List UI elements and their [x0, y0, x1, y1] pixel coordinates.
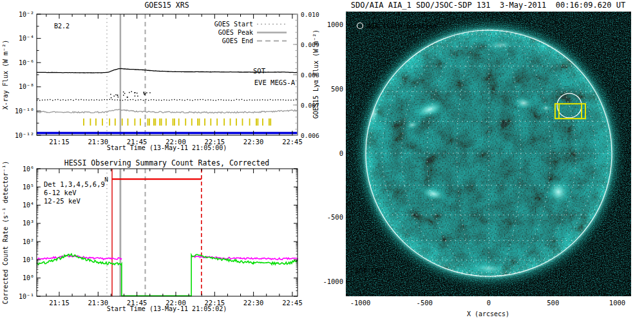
dot [143, 100, 144, 100]
dot [146, 99, 146, 100]
dot [144, 94, 145, 95]
x-tick-label: 21:30 [88, 299, 109, 307]
dot [249, 99, 250, 100]
dot [138, 99, 138, 100]
y-tick-label: 10⁴ [23, 202, 34, 209]
dot [148, 100, 149, 100]
hessi-title: HESSI Observing Summary Count Rates, Cor… [64, 158, 270, 167]
x-tick-label: -1000 [350, 299, 371, 307]
dot [221, 99, 222, 100]
y-tick-label: -500 [327, 213, 343, 221]
dot [247, 100, 247, 100]
sot-fov-label: SOT FOV [355, 267, 384, 274]
dot [115, 100, 115, 100]
dot [296, 99, 296, 100]
dot [283, 99, 283, 100]
dot [179, 99, 180, 100]
dot [267, 100, 268, 100]
dot [123, 91, 124, 93]
dot [252, 100, 252, 100]
dot [205, 100, 205, 100]
y-tick-label: 10⁶ [23, 166, 34, 173]
dot [262, 99, 263, 100]
dot [169, 100, 169, 100]
dot [164, 99, 164, 100]
dot [257, 100, 258, 100]
dot [260, 100, 260, 100]
y-tick-label: 10⁻¹² [15, 132, 34, 139]
dot [78, 99, 79, 100]
dot [229, 100, 229, 100]
flare-legend: AIA flare location [357, 23, 437, 30]
x-tick-label: 21:15 [49, 138, 70, 146]
dot [146, 92, 147, 93]
y-tick-label: 10⁰ [23, 274, 34, 281]
dot [70, 99, 71, 100]
dot [128, 100, 128, 100]
dot [60, 100, 61, 100]
dot [137, 93, 138, 94]
dot [39, 100, 40, 100]
goes-title: GOES15 XRS [144, 1, 189, 10]
dot [50, 99, 50, 100]
dot [135, 95, 136, 97]
dot [213, 100, 213, 100]
dot [218, 99, 219, 100]
hessi-night-flag-label: N [104, 176, 108, 183]
y-tick-label: 500 [331, 85, 343, 93]
x-tick-label: -500 [417, 299, 433, 307]
x-tick-label: 22:30 [243, 299, 264, 307]
goes-legend: GOES StartGOES PeakGOES End [214, 21, 287, 44]
dot [42, 100, 43, 100]
dot [122, 100, 123, 100]
dot [194, 99, 195, 100]
dot [124, 93, 126, 94]
dot [239, 99, 240, 100]
dot [149, 92, 151, 93]
y-tick-label: 10⁻¹⁰ [15, 108, 34, 115]
dot [156, 100, 156, 100]
aia-panel-title: SDO/AIA AIA_1 SDO/JSOC-SDP 131 3-May-201… [351, 1, 625, 10]
dot [182, 100, 182, 100]
legend-label: GOES Peak [218, 29, 253, 36]
y-tick-label: 1000 [327, 21, 343, 28]
dot [109, 99, 110, 100]
dot [288, 100, 289, 100]
dot [192, 100, 193, 100]
dot [57, 99, 58, 100]
dot [68, 99, 68, 100]
dot [200, 99, 200, 100]
y-tick-label: 10⁻¹ [19, 293, 34, 300]
dot [293, 100, 294, 100]
eve-megs-a-series-label: EVE MEGS-A [254, 79, 296, 86]
dot [171, 99, 172, 100]
solar-event-dashboard: 21:1521:3021:4522:0022:1522:3022:4510⁻²1… [0, 0, 644, 322]
dot [151, 99, 151, 100]
dot [47, 99, 48, 100]
dot [112, 99, 113, 100]
dot [88, 100, 89, 100]
dot [145, 93, 146, 95]
lya-flux-line [37, 109, 298, 113]
goes-yaxis-label: X-ray Flux (W m⁻²) [2, 40, 9, 109]
dot [290, 100, 291, 100]
x-tick-label: 22:30 [243, 138, 264, 146]
dot [135, 100, 136, 100]
dot [184, 100, 185, 100]
dot [174, 99, 175, 100]
hxr-12-25-line [37, 254, 298, 296]
dot [130, 99, 131, 100]
hessi-count-rates-chart: 21:1521:3021:4522:0022:1522:3022:4510⁶10… [0, 158, 322, 322]
goes-flare-class: B2.2 [54, 23, 70, 30]
dot [187, 99, 187, 100]
dot [153, 99, 154, 100]
y-tick-label: -1000 [323, 278, 343, 285]
dot [111, 97, 112, 99]
y-tick-label: 10⁻⁴ [19, 35, 34, 42]
dot [73, 100, 73, 100]
x-tick-label: 22:45 [282, 299, 303, 307]
dot [107, 99, 108, 100]
y-tick-label: 0 [339, 149, 343, 157]
dot [104, 99, 105, 100]
dot [285, 100, 286, 100]
